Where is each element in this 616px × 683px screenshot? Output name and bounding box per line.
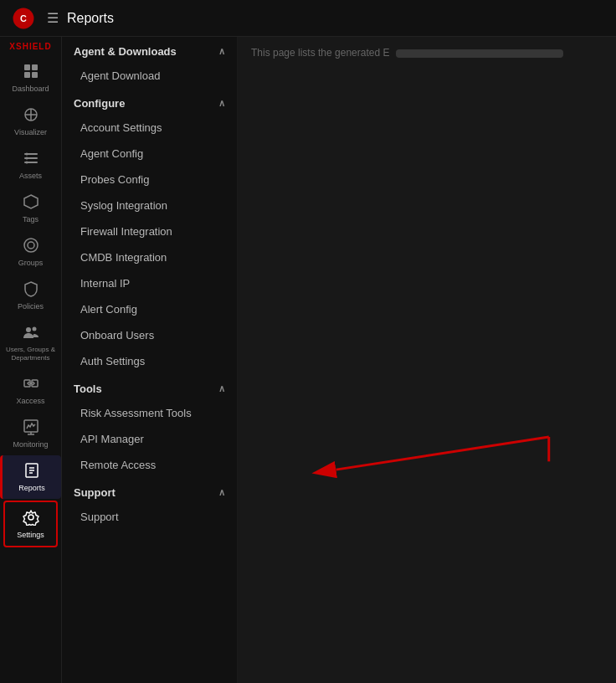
chevron-up-icon-4: ∧ [218, 487, 225, 498]
sidebar-menu: Agent & Downloads ∧ Agent Download Confi… [62, 37, 238, 683]
sidebar-item-risk-assessment[interactable]: Risk Assessment Tools [62, 400, 237, 426]
section-support-label: Support [74, 486, 116, 499]
svg-point-19 [32, 327, 36, 331]
svg-point-30 [28, 515, 33, 520]
section-configure-label: Configure [74, 97, 125, 110]
page-title: Reports [67, 11, 114, 26]
svg-point-17 [24, 239, 38, 252]
reports-icon [23, 462, 40, 481]
groups-icon [23, 237, 39, 256]
dashboard-label: Dashboard [12, 85, 49, 93]
svg-rect-4 [24, 72, 30, 78]
section-configure[interactable]: Configure ∧ [62, 89, 237, 115]
sidebar-item-onboard-users[interactable]: Onboard Users [62, 322, 237, 348]
sidebar-item-xaccess[interactable]: Xaccess [0, 368, 61, 412]
page-description: This page lists the generated E [251, 47, 603, 59]
visualizer-icon [23, 106, 39, 126]
svg-rect-5 [32, 72, 38, 78]
sidebar-item-firewall-integration[interactable]: Firewall Integration [62, 218, 237, 244]
settings-label: Settings [17, 531, 44, 539]
icon-nav: XSHIELD Dashboard Visualizer Assets [0, 37, 62, 683]
svg-marker-15 [24, 195, 38, 208]
xaccess-icon [23, 375, 39, 394]
sidebar-item-cmdb-integration[interactable]: CMDB Integration [62, 244, 237, 270]
sidebar-item-auth-settings[interactable]: Auth Settings [62, 348, 237, 374]
sidebar-item-probes-config[interactable]: Probes Config [62, 167, 237, 193]
users-label: Users, Groups & Departments [3, 346, 58, 362]
tags-label: Tags [23, 215, 38, 223]
sidebar-item-internal-ip[interactable]: Internal IP [62, 270, 237, 296]
svg-rect-3 [32, 64, 38, 70]
sidebar-item-monitoring[interactable]: Monitoring [0, 412, 61, 455]
section-tools-items: Risk Assessment Tools API Manager Remote… [62, 400, 237, 478]
section-support[interactable]: Support ∧ [62, 478, 237, 504]
svg-point-18 [26, 327, 31, 332]
sidebar-item-account-settings[interactable]: Account Settings [62, 115, 237, 141]
app-logo: C [12, 7, 35, 30]
svg-rect-2 [24, 64, 30, 70]
sidebar-item-policies[interactable]: Policies [0, 274, 61, 317]
section-agent-downloads-label: Agent & Downloads [74, 45, 177, 58]
section-configure-items: Account Settings Agent Config Probes Con… [62, 115, 237, 374]
visualizer-label: Visualizer [14, 128, 47, 136]
topbar: C ☰ Reports [0, 0, 616, 37]
assets-label: Assets [19, 172, 42, 180]
monitoring-icon [23, 419, 39, 438]
chevron-up-icon: ∧ [218, 46, 225, 57]
sidebar-item-agent-config[interactable]: Agent Config [62, 141, 237, 167]
section-agent-downloads-items: Agent Download [62, 63, 237, 89]
sidebar-item-syslog-integration[interactable]: Syslog Integration [62, 193, 237, 218]
dashboard-icon [23, 63, 39, 82]
monitoring-label: Monitoring [13, 440, 48, 449]
sidebar-item-reports[interactable]: Reports [0, 455, 61, 499]
sidebar-item-visualizer[interactable]: Visualizer [0, 100, 61, 143]
sidebar-item-tags[interactable]: Tags [0, 187, 61, 230]
svg-point-16 [28, 242, 34, 249]
content-inner: This page lists the generated E [238, 37, 616, 77]
section-tools[interactable]: Tools ∧ [62, 374, 237, 400]
svg-point-14 [25, 162, 28, 164]
groups-label: Groups [18, 259, 44, 267]
assets-icon [23, 150, 39, 169]
svg-point-13 [25, 157, 28, 160]
hamburger-menu-button[interactable]: ☰ [47, 10, 59, 26]
sidebar-item-support[interactable]: Support [62, 504, 237, 530]
sidebar-item-agent-download[interactable]: Agent Download [62, 63, 237, 89]
content-area: This page lists the generated E [238, 37, 616, 683]
sidebar-item-alert-config[interactable]: Alert Config [62, 296, 237, 322]
arrow-annotation [238, 37, 616, 683]
sidebar-item-assets[interactable]: Assets [0, 143, 61, 187]
xaccess-label: Xaccess [16, 397, 44, 405]
sidebar-item-remote-access[interactable]: Remote Access [62, 452, 237, 478]
main-layout: XSHIELD Dashboard Visualizer Assets [0, 37, 616, 683]
chevron-up-icon-2: ∧ [218, 98, 225, 109]
section-support-items: Support [62, 504, 237, 530]
sidebar-item-groups[interactable]: Groups [0, 230, 61, 274]
svg-text:C: C [20, 13, 27, 23]
sidebar-item-users[interactable]: Users, Groups & Departments [0, 317, 61, 368]
reports-label: Reports [18, 484, 45, 492]
chevron-up-icon-3: ∧ [218, 383, 225, 394]
users-icon [23, 324, 39, 343]
svg-line-32 [336, 437, 548, 470]
settings-icon [23, 509, 39, 528]
section-agent-downloads[interactable]: Agent & Downloads ∧ [62, 37, 237, 63]
tags-icon [23, 193, 39, 213]
section-tools-label: Tools [74, 383, 102, 395]
svg-point-12 [25, 153, 28, 156]
policies-label: Policies [18, 302, 44, 311]
sidebar-item-settings[interactable]: Settings [3, 501, 58, 547]
sidebar-item-api-manager[interactable]: API Manager [62, 426, 237, 452]
brand-label: XSHIELD [9, 42, 51, 51]
policies-icon [23, 280, 39, 300]
sidebar-item-dashboard[interactable]: Dashboard [0, 56, 61, 100]
